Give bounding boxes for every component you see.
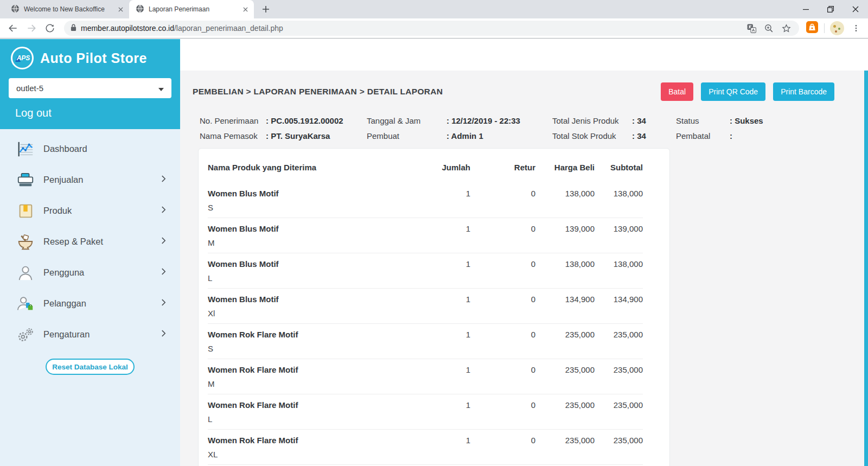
cell-retur: 0 [470, 400, 535, 410]
cell-jumlah: 1 [422, 189, 470, 198]
minimize-button[interactable] [793, 0, 818, 18]
profile-avatar[interactable] [830, 21, 844, 35]
cell-jumlah: 1 [422, 400, 470, 410]
close-button[interactable] [843, 0, 868, 18]
cell-harga-beli: 235,000 [535, 400, 595, 410]
zoom-icon[interactable] [762, 22, 775, 35]
cell-jumlah: 1 [422, 365, 470, 374]
reset-database-button[interactable]: Reset Database Lokal [46, 359, 135, 375]
address-bar[interactable]: member.autopilotstore.co.id/laporan_pene… [64, 21, 799, 36]
sidebar-item-dashboard[interactable]: Dashboard [0, 133, 180, 164]
tab-title: Welcome to New Backoffice [24, 5, 112, 13]
cell-retur: 0 [470, 295, 535, 304]
url-text[interactable]: member.autopilotstore.co.id/laporan_pene… [81, 24, 283, 33]
info-status: Status : Sukses [676, 116, 763, 125]
cell-retur: 0 [470, 189, 535, 198]
info-label: Pembuat [367, 131, 446, 141]
lock-icon[interactable] [71, 23, 76, 34]
sidebar-item-pengguna[interactable]: Pengguna [0, 257, 180, 288]
cell-subtotal: 134,900 [595, 295, 643, 304]
window-controls [793, 0, 868, 18]
product-box-icon [15, 202, 36, 220]
table-row[interactable]: Women Rok Flare Motif 1 0 235,000 235,00… [208, 324, 643, 359]
table-row[interactable]: Women Blus Motif 1 0 138,000 138,000 L [208, 253, 643, 289]
chevron-down-icon [158, 84, 164, 93]
aps-logo: APS [11, 47, 34, 69]
outlet-select[interactable]: outlet-5 [9, 78, 171, 98]
sidebar-item-pelanggan[interactable]: Pelanggan [0, 288, 180, 319]
refresh-icon[interactable] [42, 21, 58, 36]
col-header-harga-beli: Harga Beli [535, 163, 595, 172]
tab-laporan-penerimaan[interactable]: Laporan Penerimaan [129, 0, 254, 18]
table-row[interactable]: Women Rok Flare Motif 1 0 235,000 235,00… [208, 430, 643, 465]
print-barcode-button[interactable]: Print Barcode [773, 82, 834, 101]
sidebar-item-resep-paket[interactable]: Resep & Paket [0, 226, 180, 257]
cash-register-icon [15, 171, 36, 189]
main-content: PEMBELIAN > LAPORAN PENERIMAAN > DETAIL … [180, 82, 868, 466]
product-variant: M [208, 379, 422, 388]
info-value: : 12/12/2019 - 22:33 [446, 116, 520, 125]
chevron-right-icon [161, 267, 166, 278]
sidebar-item-label: Dashboard [43, 144, 87, 154]
tab-title: Laporan Penerimaan [149, 5, 237, 13]
table-row[interactable]: Women Rok Flare Motif 1 0 235,000 235,00… [208, 394, 643, 430]
browser-toolbar: member.autopilotstore.co.id/laporan_pene… [0, 18, 868, 39]
cell-retur: 0 [470, 436, 535, 445]
sidebar-item-label: Pelanggan [43, 298, 86, 309]
restore-button[interactable] [818, 0, 843, 18]
info-value: : PC.005.1912.00002 [266, 116, 343, 125]
sidebar-item-produk[interactable]: Produk [0, 195, 180, 226]
info-label: Total Stok Produk [552, 131, 632, 141]
cell-retur: 0 [470, 224, 535, 233]
url-domain: member.autopilotstore.co.id [81, 24, 174, 33]
action-buttons: Batal Print QR Code Print Barcode [661, 82, 834, 101]
table-row[interactable]: Women Blus Motif 1 0 138,000 138,000 S [208, 183, 643, 218]
table-row[interactable]: Women Blus Motif 1 0 139,000 139,000 M [208, 218, 643, 253]
table-row[interactable]: Women Blus Motif 1 0 134,900 134,900 Xl [208, 289, 643, 324]
forward-icon[interactable] [24, 21, 39, 36]
cell-subtotal: 235,000 [595, 330, 643, 339]
cell-harga-beli: 138,000 [535, 189, 595, 198]
product-variant: S [208, 203, 422, 212]
chevron-right-icon [161, 206, 166, 216]
extension-icon[interactable] [806, 21, 819, 36]
sidebar-item-penjualan[interactable]: Penjualan [0, 164, 180, 195]
sidebar-item-label: Pengguna [43, 267, 84, 278]
logout-link[interactable]: Log out [9, 107, 171, 119]
receipt-info: No. Penerimaan : PC.005.1912.00002 Nama … [193, 116, 834, 141]
cell-harga-beli: 235,000 [535, 330, 595, 339]
tab-close-icon[interactable] [116, 5, 125, 14]
cell-subtotal: 138,000 [595, 189, 643, 198]
info-tanggal-jam: Tanggal & Jam : 12/12/2019 - 22:33 [367, 116, 552, 125]
main-top-whiteband [180, 39, 868, 71]
translate-icon[interactable] [745, 22, 758, 35]
print-qr-code-button[interactable]: Print QR Code [701, 82, 765, 101]
cell-subtotal: 235,000 [595, 365, 643, 374]
chevron-right-icon [161, 237, 166, 247]
cell-subtotal: 235,000 [595, 400, 643, 410]
product-name: Women Blus Motif [208, 224, 422, 233]
chevron-right-icon [161, 298, 166, 309]
vertical-scrollbar[interactable] [864, 71, 868, 466]
menu-dots-icon[interactable] [850, 22, 863, 35]
table-row[interactable]: Women Rok Flare Motif 1 0 235,000 235,00… [208, 359, 643, 394]
batal-button[interactable]: Batal [661, 82, 693, 101]
toolbar-extensions [806, 21, 863, 36]
products-table-card: Nama Produk yang Diterima Jumlah Retur H… [198, 148, 670, 466]
dashboard-chart-icon [15, 141, 36, 158]
back-icon[interactable] [5, 21, 21, 36]
tab-close-icon[interactable] [241, 5, 250, 14]
cell-jumlah: 1 [422, 259, 470, 269]
globe-favicon-icon [11, 4, 20, 15]
sidebar: APS Auto Pilot Store outlet-5 Log out Da… [0, 39, 180, 466]
globe-favicon-icon [136, 4, 144, 15]
recipe-mortar-icon [15, 233, 36, 251]
info-label: Tanggal & Jam [367, 116, 446, 125]
bookmark-star-icon[interactable] [780, 22, 793, 35]
tab-welcome-backoffice[interactable]: Welcome to New Backoffice [4, 0, 129, 18]
product-variant: M [208, 238, 422, 247]
sidebar-item-pengaturan[interactable]: Pengaturan [0, 319, 180, 350]
info-label: Status [676, 116, 730, 125]
new-tab-button[interactable] [258, 2, 273, 17]
info-total-stok-produk: Total Stok Produk : 34 [552, 131, 676, 141]
